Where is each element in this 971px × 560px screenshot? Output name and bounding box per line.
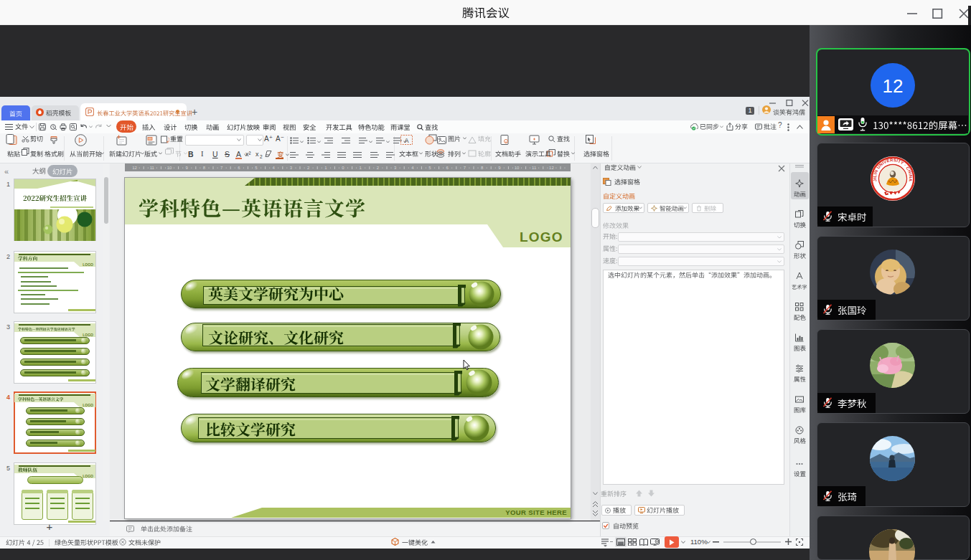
svg-text:11: 11 [532, 166, 537, 170]
svg-text:12: 12 [549, 166, 554, 170]
svg-text:12: 12 [132, 166, 137, 170]
svg-text:10: 10 [167, 166, 172, 170]
svg-text:LOGO: LOGO [83, 262, 93, 267]
svg-text:LOGO: LOGO [83, 474, 93, 478]
svg-text:10: 10 [515, 166, 520, 170]
svg-text:A: A [404, 137, 408, 144]
svg-text:LOGO: LOGO [83, 403, 93, 407]
svg-text:11: 11 [150, 166, 155, 170]
